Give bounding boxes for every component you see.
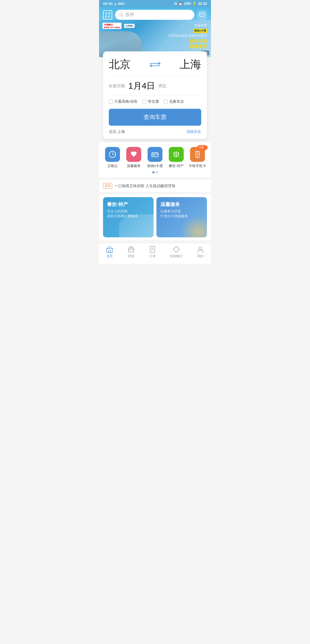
battery-label: 23% [184,2,191,6]
option-student[interactable]: 学生票 [142,99,159,104]
svg-line-9 [122,15,123,17]
svg-rect-2 [105,16,107,17]
status-bar: HD 4G ▲ WiFi N ⏰ 23% 🔋 22:33 [99,0,211,7]
canyin-icon-box [169,147,184,162]
nav-business[interactable]: 商旅 [127,246,135,258]
nav-travel[interactable]: 铁路畅行 [170,246,183,258]
dot-1[interactable] [152,171,154,173]
student-label: 学生票 [148,99,159,104]
search-bar[interactable]: 苏州 [115,10,194,20]
icon-wenxin[interactable]: 温馨服务 [124,147,144,168]
from-city[interactable]: 北京 [109,57,131,72]
gaotie-checkbox[interactable] [109,100,113,104]
history-text: 北京-上海 [109,129,125,134]
ticket-search-card: 北京 上海 出发日期 1月4日 周五 只看高铁/动车 学生票 兑换车次 查询 [103,51,207,139]
orders-icon [149,246,156,253]
search-tickets-button[interactable]: 查询车票 [109,109,201,126]
zhengwandian-label: 正晚点 [107,164,118,168]
mine-icon [197,246,204,253]
news-tag: 资讯 [103,183,112,189]
promo-card-service[interactable]: 温馨服务 以服务为宗旨 打造出行便捷服务 [156,197,207,237]
route-row: 北京 上海 [109,57,201,72]
nav-home[interactable]: 首页 [106,246,113,258]
banner-brand: 铁路e卡通 [193,29,207,33]
canyin-label: 餐饮·特产 [169,164,183,168]
banner-right-text: 欢迎使用 铁路e卡通 无需排队购票 直接扫码乘车 轻松扫码 快捷乘车 [168,23,207,49]
search-icon [119,13,124,17]
svg-rect-25 [196,152,199,156]
student-checkbox[interactable] [142,100,146,104]
wenxin-label: 温馨服务 [127,164,141,168]
svg-rect-31 [150,246,155,253]
nfc-icon: N [175,2,177,6]
food-card-sub1: 舌尖上的高铁 [107,209,150,214]
battery-icon: 🔋 [192,2,197,6]
banner-logos: 中国银行 BANK OF CHINA CRBE [102,23,135,29]
zhongtie-label: 中铁手机卡 [189,164,206,168]
svg-point-35 [199,247,202,250]
icon-canyin[interactable]: 餐饮·特产 [166,147,186,168]
nav-mine-label: 我的 [197,254,204,258]
scan-icon[interactable] [103,10,112,20]
gaotie-label: 只看高铁/动车 [114,99,138,104]
to-city[interactable]: 上海 [179,57,201,72]
nav-orders[interactable]: 订单 [149,246,156,258]
alarm-icon: ⏰ [178,2,183,6]
svg-marker-13 [201,16,202,17]
history-row: 北京-上海 清除历史 [109,129,201,134]
svg-rect-19 [152,153,158,157]
banner-welcome: 欢迎使用 [168,23,207,28]
wifi-icon: WiFi [118,2,125,5]
status-left: HD 4G ▲ WiFi [103,2,125,5]
svg-rect-29 [129,248,134,252]
hd-label: HD 4G [103,2,113,5]
crbe-logo: CRBE [124,24,135,28]
icon-zhongtie[interactable]: 送餐... 中铁手机卡 [187,147,208,168]
news-text: 一口锅煮五味杂陈 人生路品酸甜苦辣 [115,183,175,189]
time-label: 22:33 [198,2,207,6]
swap-button[interactable] [149,61,161,69]
wenxin-icon-box [126,147,141,162]
exchange-label: 兑换车次 [169,99,184,104]
clear-history-button[interactable]: 清除历史 [186,129,201,134]
tielueka-label: 铁路e卡通 [147,164,163,168]
exchange-checkbox[interactable] [164,100,168,104]
nav-orders-label: 订单 [149,254,156,258]
tielueka-icon-box [148,147,162,162]
icons-grid: 正晚点 温馨服务 铁路e卡通 [99,147,211,168]
header: 苏州 [99,7,211,20]
nav-travel-label: 铁路畅行 [170,254,183,258]
news-bar[interactable]: 资讯 一口锅煮五味杂陈 人生路品酸甜苦辣 [99,180,211,192]
icon-zhengwandian[interactable]: 正晚点 [102,147,123,168]
nav-home-label: 首页 [106,254,113,258]
date-row[interactable]: 出发日期 1月4日 周五 [109,76,201,95]
option-exchange[interactable]: 兑换车次 [164,99,184,104]
svg-rect-28 [108,251,111,253]
options-row: 只看高铁/动车 学生票 兑换车次 [109,95,201,108]
quick-icons-section: 正晚点 温馨服务 铁路e卡通 [99,142,211,177]
signal-icon: ▲ [114,2,117,5]
business-icon [127,246,135,253]
zhengwandian-icon-box [105,147,120,162]
delivery-badge: 送餐... [197,145,208,150]
banner-tagline1: 轻松扫码 [168,38,207,44]
dot-2[interactable] [156,171,158,173]
banner-tagline2: 快捷乘车 [168,44,207,49]
date-weekday: 周五 [158,84,166,89]
home-icon [106,246,113,253]
nav-mine[interactable]: 我的 [197,246,204,258]
message-icon[interactable] [197,10,207,20]
bottom-nav: 首页 商旅 订单 铁路畅行 我的 [99,243,211,264]
date-label: 出发日期 [109,84,125,89]
option-gaotie[interactable]: 只看高铁/动车 [109,99,138,104]
bank-of-china-logo: 中国银行 BANK OF CHINA [102,23,121,29]
icon-tielueka[interactable]: 铁路e卡通 [145,147,165,168]
promo-card-food[interactable]: 餐饮·特产 舌尖上的高铁 高铁互联网订餐服务 [103,197,154,237]
svg-point-26 [197,156,198,157]
nav-business-label: 商旅 [128,254,134,258]
date-main: 1月4日 [128,80,155,92]
food-card-title: 餐饮·特产 [107,201,150,208]
search-placeholder: 苏州 [125,12,134,18]
travel-icon [173,246,180,253]
promo-cards-section: 餐饮·特产 舌尖上的高铁 高铁互联网订餐服务 温馨服务 以服务为宗旨 打造出行便… [99,194,211,240]
